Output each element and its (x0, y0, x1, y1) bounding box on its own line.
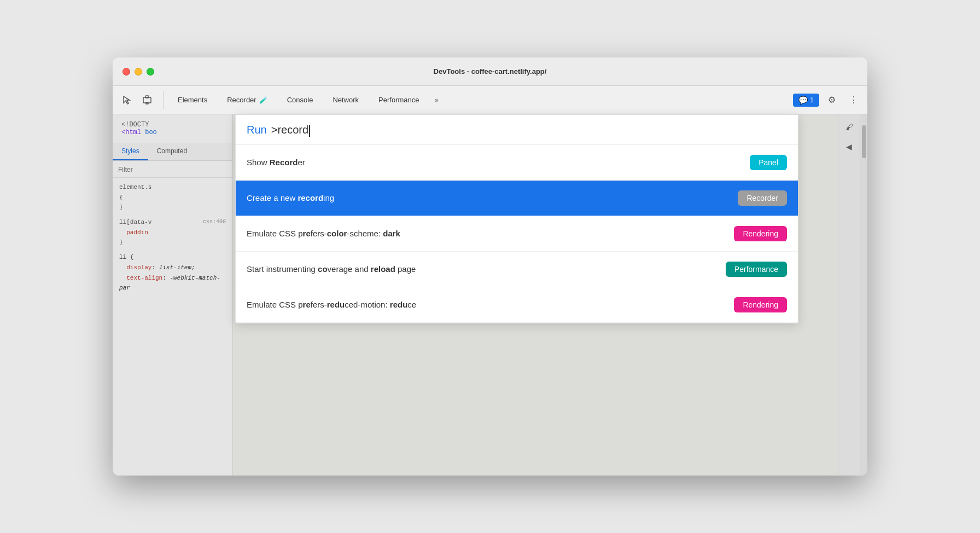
command-input-row: Run >record (236, 115, 798, 145)
gear-icon: ⚙ (828, 95, 836, 105)
tab-console[interactable]: Console (277, 86, 323, 114)
text-cursor (309, 125, 310, 137)
traffic-lights (122, 68, 154, 76)
command-item-start-coverage[interactable]: Start instrumenting coverage and reload … (236, 252, 798, 287)
more-options-button[interactable]: ⋮ (844, 91, 863, 109)
tab-performance[interactable]: Performance (369, 86, 429, 114)
rendering-badge-2[interactable]: Rendering (734, 297, 787, 312)
tab-recorder[interactable]: Recorder 🧪 (217, 86, 277, 114)
panel-badge[interactable]: Panel (750, 155, 787, 170)
command-item-create-recording[interactable]: Create a new recording Recorder (236, 181, 798, 216)
command-item-label: Create a new recording (247, 193, 334, 202)
tabbar-right-actions: 💬 1 ⚙ ⋮ (793, 91, 863, 109)
devtools-window: DevTools - coffee-cart.netlify.app/ Elem… (113, 57, 867, 476)
tab-more-button[interactable]: » (429, 86, 444, 114)
main-content: <!DOCTY <html boo Styles Computed elemen… (113, 114, 867, 476)
settings-button[interactable]: ⚙ (822, 91, 841, 109)
window-title: DevTools - coffee-cart.netlify.app/ (434, 67, 547, 76)
notifications-badge-button[interactable]: 💬 1 (793, 94, 819, 107)
performance-badge[interactable]: Performance (726, 262, 787, 277)
recorder-badge[interactable]: Recorder (738, 190, 787, 206)
rendering-badge-1[interactable]: Rendering (734, 226, 787, 241)
run-label: Run (247, 124, 267, 136)
svg-rect-1 (145, 96, 149, 98)
minimize-button[interactable] (135, 68, 142, 76)
titlebar: DevTools - coffee-cart.netlify.app/ (113, 57, 867, 86)
tabbar: Elements Recorder 🧪 Console Network Perf… (113, 86, 867, 114)
close-button[interactable] (122, 68, 130, 76)
cursor-icon[interactable] (117, 91, 136, 109)
command-item-label: Show Recorder (247, 158, 305, 167)
command-item-label: Start instrumenting coverage and reload … (247, 264, 416, 274)
chat-icon: 💬 (798, 96, 808, 105)
recorder-flask-icon: 🧪 (259, 96, 267, 104)
tab-elements[interactable]: Elements (168, 86, 217, 114)
command-item-emulate-motion[interactable]: Emulate CSS prefers-reduced-motion: redu… (236, 287, 798, 323)
command-item-label: Emulate CSS prefers-color-scheme: dark (247, 229, 400, 238)
command-item-emulate-dark[interactable]: Emulate CSS prefers-color-scheme: dark R… (236, 216, 798, 252)
vertical-dots-icon: ⋮ (849, 95, 858, 105)
command-item-label: Emulate CSS prefers-reduced-motion: redu… (247, 300, 416, 309)
command-item-show-recorder[interactable]: Show Recorder Panel (236, 145, 798, 181)
command-input-display[interactable]: >record (271, 124, 310, 137)
tab-network[interactable]: Network (323, 86, 369, 114)
toolbar-icons (117, 91, 164, 109)
device-toggle-icon[interactable] (138, 91, 156, 109)
command-palette: Run >record Show Recorder Panel Create a… (235, 114, 798, 323)
maximize-button[interactable] (147, 68, 154, 76)
